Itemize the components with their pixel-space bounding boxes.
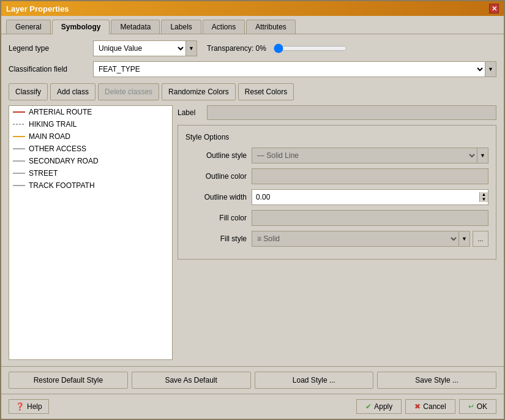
legend-type-arrow[interactable]: ▼ [185, 41, 196, 56]
line-icon-other [13, 145, 25, 152]
fill-style-select-wrapper: ≡ Solid ▼ [252, 231, 470, 247]
tab-attributes[interactable]: Attributes [246, 20, 296, 34]
list-item-label: MAIN ROAD [29, 132, 70, 141]
list-item[interactable]: ARTERIAL ROUTE [9, 106, 172, 118]
list-item[interactable]: TRACK FOOTPATH [9, 179, 172, 192]
help-icon: ❓ [15, 402, 24, 411]
fill-color-box[interactable] [252, 210, 488, 226]
bottom-style-bar: Restore Default Style Save As Default Lo… [1, 366, 504, 394]
legend-type-select-wrapper: Unique Value ▼ [93, 40, 197, 56]
tabs-bar: General Symbology Metadata Labels Action… [1, 16, 504, 34]
list-item[interactable]: HIKING TRAIL [9, 118, 172, 130]
list-item[interactable]: MAIN ROAD [9, 130, 172, 143]
legend-type-select[interactable]: Unique Value [94, 41, 185, 56]
fill-style-extra-button[interactable]: ... [473, 231, 488, 247]
style-options-title: Style Options [185, 133, 488, 141]
ok-label: OK [477, 402, 487, 411]
feature-list[interactable]: ARTERIAL ROUTE HIKING TRAIL MAIN ROAD OT… [9, 105, 173, 360]
outline-style-select[interactable]: — Solid Line [252, 148, 477, 163]
line-icon-hiking [13, 121, 25, 128]
ok-button[interactable]: ↵ OK [459, 399, 496, 414]
outline-style-label: Outline style [185, 151, 247, 160]
list-item-label: ARTERIAL ROUTE [29, 108, 92, 116]
delete-classes-button[interactable]: Delete classes [98, 83, 159, 100]
line-icon-secondary [13, 157, 25, 165]
fill-style-controls: ≡ Solid ▼ ... [252, 231, 488, 247]
outline-width-value: 0.00 [252, 193, 479, 201]
label-row: Label [178, 105, 496, 120]
save-default-button[interactable]: Save As Default [132, 372, 251, 389]
save-style-button[interactable]: Save Style ... [377, 372, 496, 389]
tab-metadata[interactable]: Metadata [111, 20, 160, 34]
apply-icon: ✔ [365, 402, 372, 411]
apply-button[interactable]: ✔ Apply [356, 399, 402, 414]
cancel-button[interactable]: ✖ Cancel [405, 399, 455, 414]
list-item[interactable]: SECONDARY ROAD [9, 155, 172, 167]
line-icon-main [13, 133, 25, 140]
line-icon-track [13, 182, 25, 189]
line-icon-street [13, 170, 25, 177]
list-item-label: OTHER ACCESS [29, 144, 86, 153]
style-options-box: Style Options Outline style — Solid Line… [178, 125, 496, 260]
tab-symbology[interactable]: Symbology [52, 20, 110, 34]
label-input[interactable] [207, 105, 496, 120]
window-title: Layer Properties [6, 4, 69, 13]
layer-properties-window: Layer Properties ✕ General Symbology Met… [0, 0, 505, 420]
classification-field-select-wrapper: FEAT_TYPE ▼ [93, 61, 496, 77]
outline-style-arrow[interactable]: ▼ [477, 148, 488, 163]
outline-width-label: Outline width [185, 193, 247, 201]
help-button[interactable]: ❓ Help [9, 399, 49, 414]
fill-color-row: Fill color [185, 210, 488, 226]
tab-general[interactable]: General [6, 20, 51, 34]
tab-actions[interactable]: Actions [203, 20, 245, 34]
transparency-label: Transparency: 0% [207, 44, 266, 53]
fill-style-label: Fill style [185, 234, 247, 243]
titlebar: Layer Properties ✕ [1, 1, 504, 16]
outline-style-row: Outline style — Solid Line ▼ [185, 148, 488, 163]
outline-color-row: Outline color [185, 168, 488, 184]
list-item[interactable]: OTHER ACCESS [9, 143, 172, 155]
cancel-label: Cancel [423, 402, 446, 411]
reset-colors-button[interactable]: Reset Colors [238, 83, 294, 100]
legend-type-row: Legend type Unique Value ▼ Transparency:… [9, 40, 496, 56]
outline-style-select-wrapper: — Solid Line ▼ [252, 148, 488, 163]
right-panel: Label Style Options Outline style — Soli… [178, 105, 496, 360]
outline-width-down[interactable]: ▼ [480, 197, 488, 202]
list-item-label: STREET [29, 169, 58, 178]
fill-color-label: Fill color [185, 214, 247, 222]
classification-field-row: Classification field FEAT_TYPE ▼ [9, 61, 496, 77]
list-item-label: HIKING TRAIL [29, 120, 77, 129]
classify-buttons-row: Classify Add class Delete classes Random… [9, 83, 496, 100]
outline-width-row: Outline width 0.00 ▲ ▼ [185, 189, 488, 205]
line-icon-arterial [13, 108, 25, 116]
list-item[interactable]: STREET [9, 167, 172, 179]
tab-labels[interactable]: Labels [161, 20, 201, 34]
close-button[interactable]: ✕ [489, 4, 499, 13]
middle-section: ARTERIAL ROUTE HIKING TRAIL MAIN ROAD OT… [9, 105, 496, 360]
list-item-label: SECONDARY ROAD [29, 157, 99, 165]
outline-width-spinbox: 0.00 ▲ ▼ [252, 189, 488, 205]
transparency-slider[interactable] [274, 43, 347, 53]
main-content: Legend type Unique Value ▼ Transparency:… [1, 34, 504, 366]
outline-color-box[interactable] [252, 168, 488, 184]
spinbox-arrows: ▲ ▼ [479, 192, 488, 202]
fill-style-arrow[interactable]: ▼ [458, 231, 469, 246]
fill-style-row: Fill style ≡ Solid ▼ ... [185, 231, 488, 247]
apply-label: Apply [374, 402, 392, 411]
classification-field-arrow[interactable]: ▼ [485, 62, 496, 77]
ok-icon: ↵ [468, 402, 474, 411]
label-field-label: Label [178, 108, 202, 117]
classification-field-select[interactable]: FEAT_TYPE [94, 62, 485, 77]
add-class-button[interactable]: Add class [50, 83, 95, 100]
fill-style-select[interactable]: ≡ Solid [252, 231, 458, 246]
help-label: Help [27, 402, 42, 411]
dialog-buttons: ❓ Help ✔ Apply ✖ Cancel ↵ OK [1, 394, 504, 419]
classify-button[interactable]: Classify [9, 83, 48, 100]
outline-color-label: Outline color [185, 172, 247, 181]
list-item-label: TRACK FOOTPATH [29, 181, 95, 190]
restore-default-button[interactable]: Restore Default Style [9, 372, 128, 389]
randomize-colors-button[interactable]: Randomize Colors [162, 83, 236, 100]
cancel-icon: ✖ [414, 402, 421, 411]
classification-field-label: Classification field [9, 65, 88, 73]
load-style-button[interactable]: Load Style ... [255, 372, 374, 389]
